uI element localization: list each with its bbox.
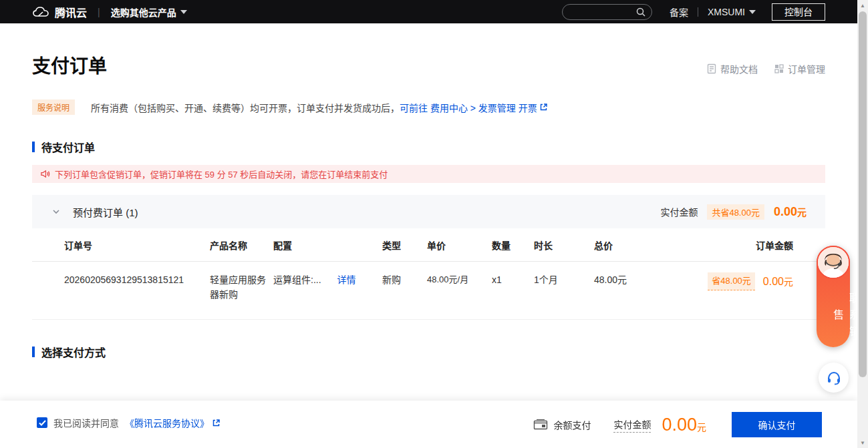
external-link-icon bbox=[212, 419, 221, 427]
help-doc-label: 帮助文档 bbox=[720, 62, 758, 75]
total-save-badge: 共省48.00元 bbox=[707, 204, 764, 220]
row-amount: 0.00元 bbox=[763, 274, 793, 289]
col-duration: 时长 bbox=[534, 238, 594, 252]
prepaid-group-title: 预付费订单 (1) bbox=[73, 205, 138, 219]
col-product: 产品名称 bbox=[210, 238, 273, 252]
promo-alert-text: 下列订单包含促销订单，促销订单将在 59 分 57 秒后自动关闭，请您在订单结束… bbox=[55, 168, 388, 180]
account-label: XMSUMI bbox=[708, 7, 745, 17]
row-amount-unit: 元 bbox=[784, 276, 793, 287]
beian-label: 备案 bbox=[670, 5, 688, 19]
col-quantity: 数量 bbox=[492, 238, 534, 252]
agreement-checkbox[interactable] bbox=[37, 417, 47, 428]
help-doc-link[interactable]: 帮助文档 bbox=[706, 62, 758, 75]
agreement-link-label: 《腾讯云服务协议》 bbox=[125, 416, 209, 429]
beian-link[interactable]: 备案 bbox=[670, 5, 688, 19]
headset-icon bbox=[826, 370, 842, 386]
footer-amount-value: 0.00 bbox=[662, 415, 697, 435]
wallet-icon bbox=[533, 419, 548, 431]
order-id: 20260205693129513815121 bbox=[64, 272, 210, 287]
group-paid-amount: 0.00元 bbox=[774, 205, 807, 219]
chevron-down-icon bbox=[749, 10, 756, 14]
top-navbar: 腾讯云 | 选购其他云产品 备案 XMSUMI 控制台 bbox=[0, 0, 857, 23]
products-menu-label: 选购其他云产品 bbox=[111, 5, 176, 19]
search-input[interactable] bbox=[562, 4, 652, 20]
order-table-header: 订单号 产品名称 配置 类型 单价 数量 时长 总价 订单金额 bbox=[32, 228, 825, 262]
footer-amount-unit: 元 bbox=[697, 422, 706, 433]
horn-icon bbox=[40, 169, 50, 179]
service-notice: 服务说明 所有消费（包括购买、开通、续费等）均可开票，订单支付并发货成功后， 可… bbox=[32, 99, 825, 115]
payment-method-label: 选择支付方式 bbox=[41, 344, 106, 360]
footer-right: 余额支付 实付金额 0.00元 确认支付 bbox=[533, 412, 822, 437]
nav-separator: | bbox=[98, 7, 100, 17]
tencent-cloud-logo[interactable]: 腾讯云 bbox=[32, 4, 87, 20]
agreement-text: 我已阅读并同意 bbox=[53, 416, 119, 429]
collapse-chevron-icon[interactable] bbox=[52, 208, 60, 216]
contact-sales-label: 联系销售 bbox=[828, 287, 861, 347]
group-paid-amount-value: 0.00 bbox=[774, 205, 797, 218]
footer-paid-label[interactable]: 实付金额 bbox=[613, 417, 651, 433]
support-bubble[interactable] bbox=[819, 363, 849, 393]
page-header: 支付订单 帮助文档 订单管理 bbox=[32, 51, 825, 78]
search-icon bbox=[635, 7, 646, 17]
row-amount-value: 0.00 bbox=[763, 276, 784, 287]
pending-orders-title: 待支付订单 bbox=[32, 139, 825, 155]
group-amount-area: 实付金额 共省48.00元 0.00元 bbox=[660, 204, 807, 220]
chevron-down-icon bbox=[180, 10, 187, 14]
document-icon bbox=[706, 63, 717, 74]
group-paid-amount-unit: 元 bbox=[797, 207, 807, 218]
external-link-icon bbox=[539, 103, 548, 111]
service-notice-badge: 服务说明 bbox=[32, 99, 75, 115]
balance-pay: 余额支付 bbox=[533, 418, 591, 431]
order-manage-label: 订单管理 bbox=[788, 62, 825, 75]
col-total: 总价 bbox=[594, 238, 637, 252]
page-content: 支付订单 帮助文档 订单管理 bbox=[0, 23, 857, 360]
scroll-down-arrow[interactable]: ▼ bbox=[857, 437, 868, 448]
console-button[interactable]: 控制台 bbox=[772, 3, 825, 21]
pending-orders-label: 待支付订单 bbox=[41, 139, 95, 155]
invoice-link[interactable]: 可前往 费用中心 > 发票管理 开票 bbox=[400, 101, 548, 114]
products-menu[interactable]: 选购其他云产品 bbox=[111, 5, 187, 19]
row-save-badge[interactable]: 省48.00元 bbox=[708, 272, 755, 290]
balance-pay-label: 余额支付 bbox=[553, 418, 591, 431]
cloud-logo-icon bbox=[32, 6, 49, 18]
detail-link[interactable]: 详情 bbox=[337, 272, 356, 287]
quantity: x1 bbox=[492, 272, 534, 287]
product-name: 轻量应用服务器新购 bbox=[210, 272, 273, 302]
prepaid-group-header: 预付费订单 (1) 实付金额 共省48.00元 0.00元 bbox=[32, 195, 825, 228]
sales-avatar bbox=[817, 246, 850, 279]
agreement-link[interactable]: 《腾讯云服务协议》 bbox=[125, 416, 221, 429]
navbar-right: 备案 XMSUMI 控制台 bbox=[562, 3, 825, 21]
paid-amount-label: 实付金额 bbox=[660, 205, 698, 218]
col-order-amount: 订单金额 bbox=[637, 238, 793, 252]
grid-icon bbox=[774, 63, 784, 74]
col-order-id: 订单号 bbox=[64, 238, 210, 252]
config-summary: 运算组件:... bbox=[273, 272, 321, 287]
config-cell: 运算组件:... 详情 bbox=[273, 272, 382, 287]
header-links: 帮助文档 订单管理 bbox=[706, 62, 825, 75]
scroll-up-arrow[interactable]: ▲ bbox=[857, 0, 868, 11]
order-manage-link[interactable]: 订单管理 bbox=[774, 62, 825, 75]
section-accent-bar bbox=[32, 142, 35, 152]
scrollbar-thumb[interactable] bbox=[859, 11, 867, 377]
order-table-row: 20260205693129513815121 轻量应用服务器新购 运算组件:.… bbox=[32, 262, 825, 320]
col-unit-price: 单价 bbox=[427, 238, 492, 252]
order-amount-cell: 省48.00元 0.00元 bbox=[637, 272, 793, 290]
agreement-row: 我已阅读并同意 《腾讯云服务协议》 bbox=[37, 416, 221, 429]
page-title: 支付订单 bbox=[32, 51, 107, 78]
nav-divider bbox=[698, 7, 698, 17]
order-type: 新购 bbox=[382, 272, 427, 287]
vertical-scrollbar[interactable]: ▲ ▼ bbox=[857, 0, 868, 448]
service-notice-text: 所有消费（包括购买、开通、续费等）均可开票，订单支付并发货成功后， bbox=[91, 101, 400, 114]
payment-method-title: 选择支付方式 bbox=[32, 344, 825, 360]
confirm-pay-button[interactable]: 确认支付 bbox=[732, 412, 822, 437]
promo-alert: 下列订单包含促销订单，促销订单将在 59 分 57 秒后自动关闭，请您在订单结束… bbox=[32, 165, 825, 183]
footer-paid-amount: 0.00元 bbox=[662, 415, 706, 435]
total-price: 48.00元 bbox=[594, 272, 637, 287]
section-accent-bar bbox=[32, 347, 35, 357]
account-menu[interactable]: XMSUMI bbox=[708, 7, 756, 17]
contact-sales-widget[interactable]: 联系销售 bbox=[817, 246, 850, 347]
invoice-link-label: 可前往 费用中心 > 发票管理 开票 bbox=[400, 101, 537, 114]
unit-price: 48.00元/月 bbox=[427, 272, 492, 287]
brand-label: 腾讯云 bbox=[55, 4, 87, 20]
col-type: 类型 bbox=[382, 238, 427, 252]
